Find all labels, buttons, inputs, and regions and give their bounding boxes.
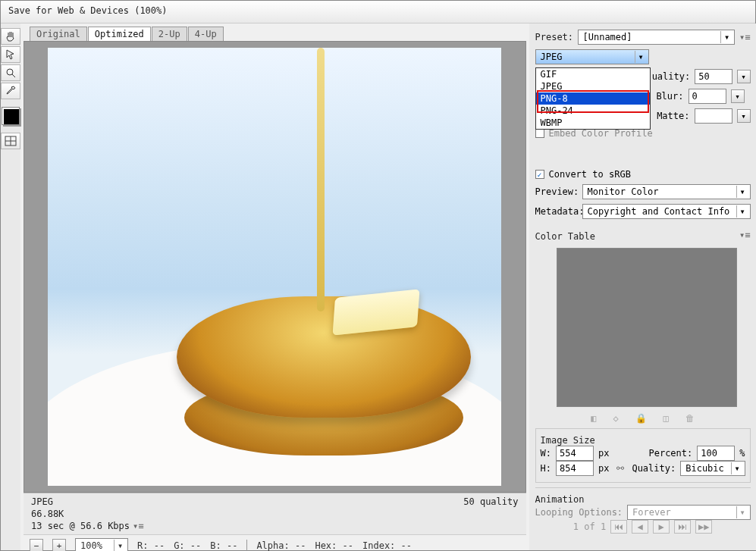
format-option-png8[interactable]: PNG-8 bbox=[536, 92, 650, 105]
embed-row: Embed Color Profile bbox=[535, 128, 751, 139]
eyedropper-icon bbox=[5, 85, 17, 97]
w-label: W: bbox=[541, 448, 551, 459]
foreground-color-swatch[interactable] bbox=[2, 107, 20, 125]
tab-4up[interactable]: 4-Up bbox=[188, 27, 224, 41]
readout-hex: Hex: -- bbox=[315, 540, 353, 551]
preview-syrup-stream bbox=[317, 48, 325, 312]
format-select[interactable]: JPEG ▾ bbox=[535, 49, 649, 64]
loop-select[interactable]: Forever ▾ bbox=[627, 505, 750, 520]
zoom-in-button[interactable]: + bbox=[52, 539, 66, 551]
hand-icon bbox=[5, 30, 17, 42]
chevron-down-icon: ▾ bbox=[114, 540, 126, 551]
preview-row: Preview: Monitor Color ▾ bbox=[535, 184, 751, 199]
save-for-web-window: Save for Web & Devices (100%) O bbox=[0, 0, 756, 551]
readout-g: G: -- bbox=[174, 540, 201, 551]
quality-label: uality: bbox=[652, 71, 691, 82]
preview-tabs: Original Optimized 2-Up 4-Up bbox=[30, 27, 526, 41]
ct-trash-icon[interactable]: 🗑 bbox=[685, 413, 695, 424]
zoom-tool[interactable] bbox=[1, 64, 20, 81]
matte-label: Matte: bbox=[657, 111, 689, 121]
resample-quality-label: Quality: bbox=[632, 463, 676, 474]
content-area: Original Optimized 2-Up 4-Up JPEG 5 bbox=[1, 23, 755, 550]
animation-pager: 1 of 1 ⏮ ◀ ▶ ⏭ ▶▶ bbox=[535, 520, 751, 534]
loop-label: Looping Options: bbox=[535, 507, 623, 518]
anim-play-button[interactable]: ▶▶ bbox=[695, 520, 712, 534]
chevron-down-icon: ▾ bbox=[731, 462, 743, 474]
width-input[interactable]: 554 bbox=[556, 446, 594, 461]
svg-line-1 bbox=[12, 74, 15, 77]
slice-select-tool[interactable] bbox=[1, 46, 20, 63]
quality-input[interactable]: 50 bbox=[695, 69, 732, 84]
anim-first-button[interactable]: ⏮ bbox=[610, 520, 627, 534]
divider bbox=[246, 540, 247, 551]
resample-select[interactable]: Bicubic ▾ bbox=[680, 461, 745, 476]
ct-map-icon[interactable]: ◇ bbox=[613, 413, 618, 424]
format-option-png24[interactable]: PNG-24 bbox=[536, 105, 650, 117]
quality-dropdown[interactable]: ▾ bbox=[737, 70, 751, 83]
percent-input[interactable]: 100 bbox=[697, 446, 735, 461]
anim-next-button[interactable]: ▶ bbox=[653, 520, 670, 534]
h-px: px bbox=[598, 463, 609, 474]
format-option-gif[interactable]: GIF bbox=[536, 68, 650, 80]
tab-2up[interactable]: 2-Up bbox=[152, 27, 187, 41]
tab-optimized[interactable]: Optimized bbox=[88, 27, 151, 41]
preset-select[interactable]: [Unnamed] ▾ bbox=[578, 30, 736, 45]
ct-select-icon[interactable]: ◧ bbox=[591, 413, 596, 424]
blur-input[interactable]: 0 bbox=[689, 89, 726, 104]
magnifier-icon bbox=[5, 67, 17, 79]
blur-dropdown[interactable]: ▾ bbox=[731, 89, 745, 103]
zoom-out-button[interactable]: − bbox=[30, 539, 43, 551]
format-option-jpeg[interactable]: JPEG bbox=[536, 80, 650, 92]
zoom-select[interactable]: 100% ▾ bbox=[75, 538, 128, 551]
image-size-title: Image Size bbox=[541, 435, 745, 446]
resample-value: Bicubic bbox=[685, 463, 724, 474]
readout-strip: − + 100% ▾ R: -- G: -- B: -- Alpha: -- H… bbox=[24, 534, 526, 551]
link-icon[interactable]: ⚯ bbox=[616, 463, 624, 474]
anim-page: 1 of 1 bbox=[573, 521, 606, 532]
preview-select[interactable]: Monitor Color ▾ bbox=[582, 184, 751, 199]
chevron-down-icon: ▾ bbox=[635, 51, 647, 63]
color-table-toolbar: ◧ ◇ 🔒 ◫ 🗑 bbox=[535, 413, 751, 424]
color-table-title: Color Table bbox=[535, 231, 595, 242]
h-label: H: bbox=[541, 463, 551, 474]
chevron-down-icon: ▾ bbox=[736, 205, 748, 218]
ct-lock-icon[interactable]: 🔒 bbox=[635, 413, 647, 424]
anim-prev-button[interactable]: ◀ bbox=[632, 520, 648, 534]
anim-last-button[interactable]: ⏭ bbox=[674, 520, 691, 534]
hand-tool[interactable] bbox=[1, 28, 20, 45]
eyedropper-tool[interactable] bbox=[1, 83, 20, 99]
preview-value: Monitor Color bbox=[588, 186, 659, 197]
zoom-value: 100% bbox=[80, 540, 102, 551]
center-column: Original Optimized 2-Up 4-Up JPEG 5 bbox=[20, 23, 529, 550]
metadata-select[interactable]: Copyright and Contact Info ▾ bbox=[582, 204, 751, 219]
loop-value: Forever bbox=[632, 507, 671, 518]
srgb-checkbox[interactable]: ✓ bbox=[535, 170, 544, 179]
canvas-wrap bbox=[24, 41, 526, 493]
embed-checkbox[interactable] bbox=[535, 129, 544, 138]
metadata-value: Copyright and Contact Info bbox=[588, 206, 730, 217]
tab-original[interactable]: Original bbox=[30, 27, 87, 41]
image-preview[interactable] bbox=[48, 48, 501, 486]
height-input[interactable]: 854 bbox=[556, 461, 594, 476]
format-option-wbmp[interactable]: WBMP bbox=[536, 117, 650, 129]
readout-r: R: -- bbox=[137, 540, 165, 551]
image-size-group: Image Size W: 554 px Percent: 100 % H: 8… bbox=[535, 428, 751, 483]
window-title: Save for Web & Devices (100%) bbox=[8, 5, 168, 16]
format-row: JPEG ▾ bbox=[535, 49, 751, 64]
percent-sign: % bbox=[739, 448, 745, 459]
info-menu-icon[interactable]: ▾≡ bbox=[133, 521, 143, 531]
color-table-area bbox=[557, 248, 737, 407]
preview-label: Preview: bbox=[535, 186, 578, 197]
format-dropdown: GIF JPEG PNG-8 PNG-24 WBMP bbox=[535, 67, 651, 130]
percent-label: Percent: bbox=[648, 448, 692, 459]
toggle-slices-button[interactable] bbox=[1, 133, 20, 149]
w-px: px bbox=[598, 448, 609, 459]
preset-menu-icon[interactable]: ▾≡ bbox=[739, 32, 750, 42]
ct-new-icon[interactable]: ◫ bbox=[663, 413, 669, 424]
color-table-header: Color Table ▾≡ bbox=[535, 228, 751, 242]
color-table-menu-icon[interactable]: ▾≡ bbox=[739, 230, 750, 240]
info-size: 66.88K bbox=[31, 509, 519, 519]
left-tool-strip bbox=[1, 23, 20, 550]
matte-dropdown[interactable]: ▾ bbox=[737, 109, 751, 123]
matte-swatch[interactable] bbox=[695, 108, 732, 124]
